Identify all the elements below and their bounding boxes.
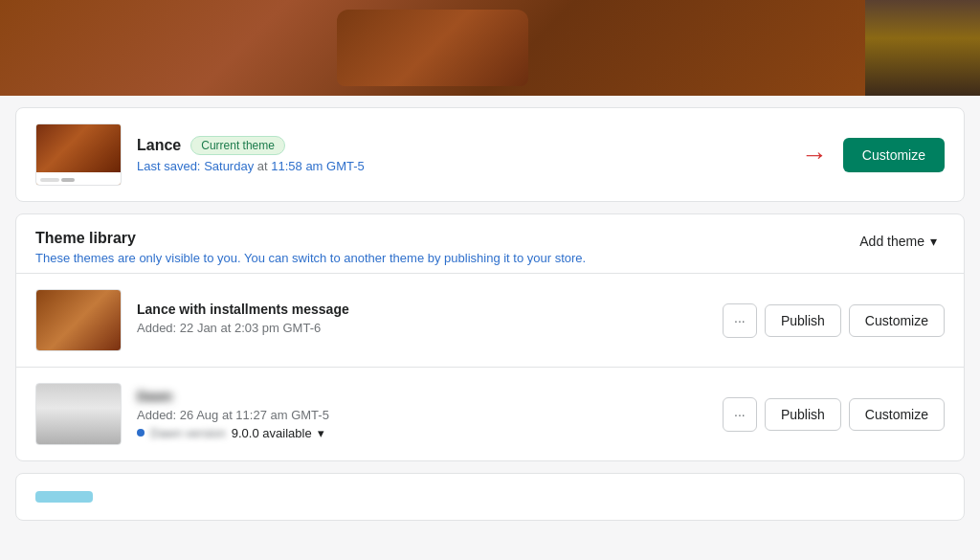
library-item-2-actions: ··· Publish Customize [723, 397, 945, 432]
library-item-2-publish-button[interactable]: Publish [765, 398, 841, 431]
library-item-1-more-button[interactable]: ··· [723, 303, 757, 338]
current-theme-actions: → Customize [795, 136, 945, 174]
add-theme-button[interactable]: Add theme ▾ [852, 230, 945, 253]
library-item: Dawn Added: 26 Aug at 11:27 am GMT-5 Daw… [16, 368, 964, 460]
hero-side-image [865, 0, 980, 96]
library-item-2-added: Added: 26 Aug at 11:27 am GMT-5 [137, 408, 707, 422]
library-item-2-name: Dawn [137, 389, 707, 404]
library-item-2-more-button[interactable]: ··· [723, 397, 757, 432]
hero-main-image [0, 0, 865, 96]
bottom-hint-bar [15, 473, 965, 521]
theme-saved-text: Last saved: Saturday at 11:58 am GMT-5 [137, 159, 780, 173]
library-item-1-thumbnail [35, 289, 122, 351]
current-theme-card: Lance Current theme Last saved: Saturday… [15, 107, 965, 202]
library-item-2-info: Dawn Added: 26 Aug at 11:27 am GMT-5 Daw… [137, 389, 707, 440]
library-item-1-info: Lance with installments message Added: 2… [137, 302, 707, 339]
current-theme-name: Lance [137, 137, 181, 154]
library-item-1-actions: ··· Publish Customize [723, 303, 945, 338]
page-wrapper: Lance Current theme Last saved: Saturday… [0, 0, 980, 560]
library-item-2-version: 9.0.0 available [232, 426, 312, 440]
arrow-right-icon: → [801, 140, 828, 170]
update-version-dropdown-icon[interactable]: ▾ [318, 426, 324, 440]
library-title: Theme library [35, 230, 586, 247]
library-item-1-added: Added: 22 Jan at 2:03 pm GMT-6 [137, 321, 707, 335]
update-dot-icon [137, 429, 145, 437]
theme-name-row: Lance Current theme [137, 136, 780, 155]
library-item-1-publish-button[interactable]: Publish [765, 304, 841, 337]
current-theme-thumbnail [35, 123, 122, 186]
customize-button[interactable]: Customize [843, 138, 945, 172]
hero-strip [0, 0, 980, 96]
current-theme-info: Lance Current theme Last saved: Saturday… [137, 136, 780, 173]
library-subtitle: These themes are only visible to you. Yo… [35, 251, 586, 265]
library-item-2-customize-button[interactable]: Customize [849, 398, 945, 431]
library-header: Theme library These themes are only visi… [16, 214, 964, 273]
library-item-2-update-row: Dawn version 9.0.0 available ▾ [137, 426, 707, 440]
preview-icon[interactable]: → [795, 136, 834, 174]
library-item-2-thumbnail [35, 383, 122, 445]
bag-shape [337, 10, 528, 86]
hint-indicator [35, 491, 93, 503]
library-item-1-name: Lance with installments message [137, 302, 707, 317]
add-theme-chevron-icon: ▾ [930, 234, 937, 249]
current-theme-badge: Current theme [190, 136, 285, 155]
library-item: Lance with installments message Added: 2… [16, 274, 964, 368]
library-header-left: Theme library These themes are only visi… [35, 230, 586, 265]
library-item-2-update-blurred: Dawn version [150, 426, 226, 440]
add-theme-label: Add theme [859, 234, 924, 249]
library-item-1-customize-button[interactable]: Customize [849, 304, 945, 337]
theme-library-card: Theme library These themes are only visi… [15, 213, 965, 461]
